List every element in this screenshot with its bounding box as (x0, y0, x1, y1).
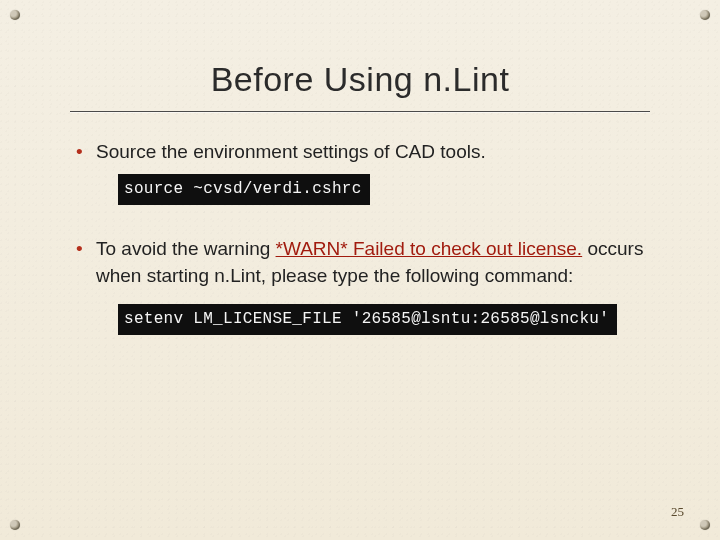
page-number: 25 (671, 504, 684, 520)
list-item: Source the environment settings of CAD t… (74, 138, 646, 227)
slide-title: Before Using n.Lint (60, 60, 660, 99)
bullet-list: Source the environment settings of CAD t… (74, 138, 646, 357)
bullet-text: Source the environment settings of CAD t… (96, 141, 486, 162)
warning-text: *WARN* Failed to check out license. (276, 238, 583, 259)
code-block: source ~cvsd/verdi.cshrc (118, 174, 370, 205)
bullet-text: To avoid the warning (96, 238, 276, 259)
title-divider (70, 111, 650, 112)
code-block: setenv LM_LICENSE_FILE '26585@lsntu:2658… (118, 304, 617, 335)
list-item: To avoid the warning *WARN* Failed to ch… (74, 235, 646, 357)
slide-content: Before Using n.Lint Source the environme… (0, 0, 720, 540)
